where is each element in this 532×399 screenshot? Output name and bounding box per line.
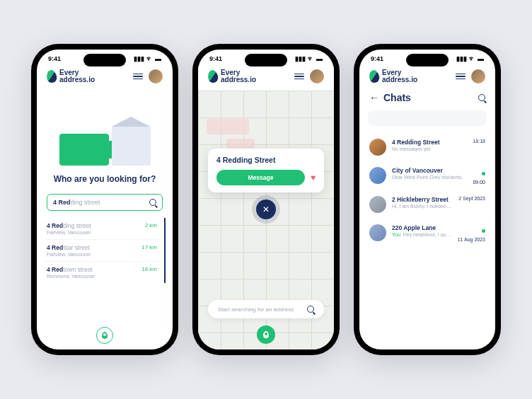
chat-item[interactable]: 4 Redding Street No messages yet 18:18: [359, 133, 495, 161]
favorite-icon[interactable]: ♥: [311, 173, 316, 183]
pin-icon: [102, 332, 108, 339]
search-placeholder: Start searching for an address: [218, 306, 294, 313]
chat-item[interactable]: City of Vancouver Dear West Point Grey r…: [359, 161, 495, 190]
location-pin-button[interactable]: [257, 325, 275, 344]
search-result[interactable]: 4 Redtown street Richmond, Vancouver 18 …: [44, 262, 160, 283]
app-header: Every address.io: [198, 65, 334, 88]
location-card: 4 Redding Street Message ♥: [208, 149, 324, 192]
app-header: Every address.io: [37, 65, 173, 88]
logo-line2: address.io: [382, 76, 417, 83]
notch: [406, 54, 449, 66]
close-icon: ✕: [262, 204, 270, 214]
notch: [245, 54, 287, 66]
chat-item[interactable]: 220 Apple Lane You: Hey neighbour, I got…: [359, 219, 495, 248]
app-header: Every address.io: [359, 65, 495, 88]
phone-map-screen: 9:41 ▮▮▮ ᯤ ▬ Every address.io 4 Redd: [192, 44, 340, 355]
page-title: Who are you looking for?: [37, 174, 173, 184]
signal-icon: ▮▮▮: [295, 55, 306, 62]
signal-icon: ▮▮▮: [134, 55, 144, 62]
status-time: 9:41: [209, 55, 222, 62]
search-input[interactable]: 4 Redding street: [47, 194, 163, 211]
logo[interactable]: Every address.io: [208, 69, 256, 83]
phone-search-screen: 9:41 ▮▮▮ ᯤ ▬ Every address.io: [31, 44, 178, 355]
battery-icon: ▬: [316, 55, 323, 62]
search-results: 4 Redding street Fairview, Vancouver 2 k…: [44, 218, 166, 283]
search-result[interactable]: 4 Redding street Fairview, Vancouver 2 k…: [44, 218, 160, 240]
page-title: Chats: [383, 92, 411, 103]
wifi-icon: ᯤ: [469, 55, 475, 62]
chat-avatar: [369, 139, 386, 156]
unread-dot-icon: [482, 229, 485, 233]
chat-avatar: [369, 167, 386, 184]
phone-chats-screen: 9:41 ▮▮▮ ᯤ ▬ Every address.io ←: [354, 44, 501, 355]
unread-dot-icon: [482, 172, 485, 175]
wifi-icon: ᯤ: [146, 55, 153, 62]
battery-icon: ▬: [155, 55, 161, 62]
menu-icon[interactable]: [456, 74, 466, 80]
search-icon[interactable]: [307, 306, 314, 313]
map-search-input[interactable]: Start searching for an address: [208, 300, 324, 318]
chats-header: ← Chats: [359, 88, 495, 110]
house-illustration: [112, 127, 151, 166]
chat-avatar: [369, 224, 386, 241]
avatar[interactable]: [149, 69, 163, 83]
search-icon[interactable]: [149, 199, 156, 206]
signal-icon: ▮▮▮: [456, 55, 467, 62]
avatar[interactable]: [471, 69, 485, 83]
avatar[interactable]: [310, 69, 324, 83]
logo-line2: address.io: [59, 76, 95, 83]
truck-illustration: [59, 134, 109, 166]
chat-search-input[interactable]: [368, 110, 487, 126]
close-pin-button[interactable]: ✕: [256, 200, 276, 219]
battery-icon: ▬: [478, 55, 484, 62]
logo-line2: address.io: [221, 76, 256, 83]
logo[interactable]: Every address.io: [47, 69, 95, 83]
notch: [83, 54, 126, 66]
chat-item[interactable]: 2 Hickleberry Street Hi, I am Bobby. I n…: [359, 190, 495, 219]
search-result[interactable]: 4 Redstar street Fairview, Vancouver 17 …: [44, 240, 160, 262]
location-title: 4 Redding Street: [216, 156, 316, 164]
menu-icon[interactable]: [133, 74, 143, 80]
status-time: 9:41: [48, 55, 61, 62]
logo-icon: [46, 69, 58, 83]
hero-illustration: [37, 95, 173, 166]
wifi-icon: ᯤ: [308, 55, 314, 62]
chat-avatar: [369, 196, 386, 213]
logo-icon: [369, 69, 381, 83]
menu-icon[interactable]: [294, 74, 304, 80]
back-icon[interactable]: ←: [369, 92, 379, 103]
location-pin-button[interactable]: [96, 327, 113, 344]
pin-icon: [263, 331, 269, 338]
message-button[interactable]: Message: [216, 170, 305, 185]
search-icon[interactable]: [478, 94, 485, 101]
status-time: 9:41: [371, 55, 383, 62]
logo[interactable]: Every address.io: [369, 69, 417, 83]
logo-icon: [207, 69, 219, 83]
